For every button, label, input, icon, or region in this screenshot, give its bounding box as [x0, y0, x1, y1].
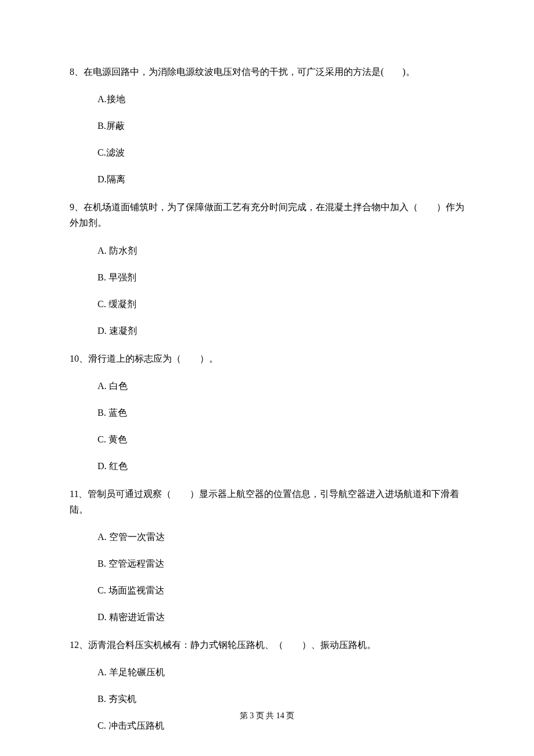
option-a: A. 空管一次雷达 [98, 530, 464, 544]
question-text: 9、在机场道面铺筑时，为了保障做面工艺有充分时间完成，在混凝土拌合物中加入（ ）… [70, 199, 464, 231]
option-a: A. 白色 [98, 379, 464, 393]
option-b: B. 空管远程雷达 [98, 557, 464, 571]
option-d: D. 速凝剂 [98, 324, 464, 338]
option-d: D. 精密进近雷达 [98, 610, 464, 624]
question-number: 8、 [70, 67, 84, 77]
options-list: A. 羊足轮碾压机 B. 夯实机 C. 冲击式压路机 [70, 665, 464, 733]
question-number: 11、 [70, 489, 88, 499]
options-list: A. 防水剂 B. 早强剂 C. 缓凝剂 D. 速凝剂 [70, 244, 464, 338]
question-body: 滑行道上的标志应为（ ）。 [88, 354, 218, 363]
question-9: 9、在机场道面铺筑时，为了保障做面工艺有充分时间完成，在混凝土拌合物中加入（ ）… [70, 199, 464, 337]
page-content: 8、在电源回路中，为消除电源纹波电压对信号的干扰，可广泛采用的方法是( )。 A… [0, 0, 534, 733]
question-8: 8、在电源回路中，为消除电源纹波电压对信号的干扰，可广泛采用的方法是( )。 A… [70, 64, 464, 186]
question-text: 10、滑行道上的标志应为（ ）。 [70, 351, 464, 366]
options-list: A. 空管一次雷达 B. 空管远程雷达 C. 场面监视雷达 D. 精密进近雷达 [70, 530, 464, 624]
question-body: 沥青混合料压实机械有：静力式钢轮压路机、（ ）、振动压路机。 [88, 640, 376, 650]
option-c: C. 缓凝剂 [98, 297, 464, 311]
question-text: 12、沥青混合料压实机械有：静力式钢轮压路机、（ ）、振动压路机。 [70, 637, 464, 653]
option-d: D. 红色 [98, 459, 464, 473]
option-b: B. 早强剂 [98, 271, 464, 285]
question-body: 在机场道面铺筑时，为了保障做面工艺有充分时间完成，在混凝土拌合物中加入（ ）作为… [70, 202, 464, 228]
question-body: 管制员可通过观察（ ）显示器上航空器的位置信息，引导航空器进入进场航道和下滑着陆… [70, 489, 459, 514]
option-a: A. 羊足轮碾压机 [98, 665, 464, 679]
question-11: 11、管制员可通过观察（ ）显示器上航空器的位置信息，引导航空器进入进场航道和下… [70, 486, 464, 624]
question-number: 9、 [70, 202, 84, 212]
option-a: A.接地 [98, 92, 464, 106]
question-10: 10、滑行道上的标志应为（ ）。 A. 白色 B. 蓝色 C. 黄色 D. 红色 [70, 351, 464, 473]
question-number: 12、 [70, 640, 88, 650]
option-c: C.滤波 [98, 146, 464, 160]
page-footer: 第 3 页 共 14 页 [0, 710, 534, 722]
option-b: B. 蓝色 [98, 406, 464, 420]
question-body: 在电源回路中，为消除电源纹波电压对信号的干扰，可广泛采用的方法是( )。 [84, 67, 415, 77]
option-c: C. 黄色 [98, 433, 464, 447]
question-text: 8、在电源回路中，为消除电源纹波电压对信号的干扰，可广泛采用的方法是( )。 [70, 64, 464, 80]
option-d: D.隔离 [98, 172, 464, 186]
option-c: C. 场面监视雷达 [98, 584, 464, 597]
option-b: B.屏蔽 [98, 119, 464, 133]
options-list: A.接地 B.屏蔽 C.滤波 D.隔离 [70, 92, 464, 186]
option-a: A. 防水剂 [98, 244, 464, 258]
question-text: 11、管制员可通过观察（ ）显示器上航空器的位置信息，引导航空器进入进场航道和下… [70, 486, 464, 517]
question-number: 10、 [70, 354, 88, 363]
options-list: A. 白色 B. 蓝色 C. 黄色 D. 红色 [70, 379, 464, 473]
option-b: B. 夯实机 [98, 692, 464, 706]
